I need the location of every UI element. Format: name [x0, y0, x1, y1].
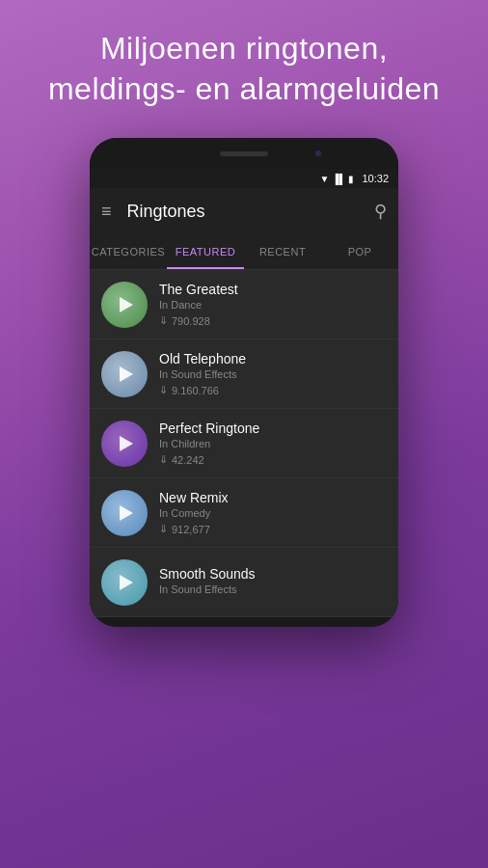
track-info: Perfect Ringtone In Children ⇓ 42.242: [159, 420, 387, 466]
play-icon: [120, 297, 133, 312]
tab-pop[interactable]: POP: [321, 234, 398, 269]
track-item: Smooth Sounds In Sound Effects: [90, 548, 398, 617]
play-button[interactable]: [101, 351, 148, 397]
tab-featured[interactable]: FEATURED: [167, 234, 244, 269]
battery-icon: ▮: [348, 174, 354, 184]
download-count: 9.160.766: [172, 385, 219, 396]
track-category: In Comedy: [159, 507, 387, 519]
track-downloads: ⇓ 42.242: [159, 453, 387, 466]
track-item: Perfect Ringtone In Children ⇓ 42.242: [90, 409, 398, 478]
status-bar: ▼ ▐▌ ▮ 10:32: [90, 169, 398, 188]
track-item: New Remix In Comedy ⇓ 912,677: [90, 478, 398, 548]
download-icon: ⇓: [159, 523, 168, 535]
phone-bottom-bar: [90, 617, 398, 627]
download-count: 790.928: [172, 315, 210, 327]
track-info: Old Telephone In Sound Effects ⇓ 9.160.7…: [159, 351, 387, 396]
download-count: 42.242: [172, 454, 204, 466]
hero-text: Miljoenen ringtonen, meldings- en alarmg…: [0, 29, 488, 109]
track-downloads: ⇓ 790.928: [159, 314, 387, 327]
track-info: New Remix In Comedy ⇓ 912,677: [159, 490, 387, 535]
track-item: Old Telephone In Sound Effects ⇓ 9.160.7…: [90, 339, 398, 409]
track-item: The Greatest In Dance ⇓ 790.928: [90, 270, 398, 339]
download-count: 912,677: [172, 524, 210, 535]
toolbar-title: Ringtones: [127, 202, 359, 222]
track-category: In Dance: [159, 299, 387, 311]
play-button[interactable]: [101, 490, 148, 536]
search-icon[interactable]: ⚲: [374, 201, 387, 222]
download-icon: ⇓: [159, 314, 168, 327]
phone-device: ▼ ▐▌ ▮ 10:32 ≡ Ringtones ⚲ CATEGORIES FE…: [90, 138, 398, 627]
track-category: In Sound Effects: [159, 583, 387, 595]
status-icons: ▼ ▐▌ ▮: [319, 174, 354, 184]
play-icon: [120, 575, 133, 590]
track-downloads: ⇓ 9.160.766: [159, 384, 387, 396]
track-name: The Greatest: [159, 282, 387, 297]
menu-icon[interactable]: ≡: [101, 202, 112, 222]
track-downloads: ⇓ 912,677: [159, 523, 387, 535]
tabs-bar: CATEGORIES FEATURED RECENT POP: [90, 234, 398, 270]
play-icon: [120, 436, 133, 451]
play-icon: [120, 366, 133, 382]
phone-speaker: [220, 151, 268, 156]
play-button[interactable]: [101, 282, 148, 328]
track-info: Smooth Sounds In Sound Effects: [159, 566, 387, 599]
phone-top-bar: [90, 138, 398, 169]
track-info: The Greatest In Dance ⇓ 790.928: [159, 282, 387, 327]
track-name: New Remix: [159, 490, 387, 505]
status-time: 10:32: [362, 173, 389, 184]
app-toolbar: ≡ Ringtones ⚲: [90, 188, 398, 234]
track-category: In Children: [159, 438, 387, 449]
signal-icon: ▐▌: [332, 174, 345, 184]
play-button[interactable]: [101, 420, 148, 467]
track-name: Old Telephone: [159, 351, 387, 366]
download-icon: ⇓: [159, 453, 168, 466]
tab-recent[interactable]: RECENT: [244, 234, 321, 269]
track-category: In Sound Effects: [159, 368, 387, 380]
tab-categories[interactable]: CATEGORIES: [90, 234, 167, 269]
track-name: Perfect Ringtone: [159, 420, 387, 436]
play-icon: [120, 505, 133, 521]
phone-camera: [315, 150, 321, 156]
track-list: The Greatest In Dance ⇓ 790.928 Old Tele…: [90, 270, 398, 617]
wifi-icon: ▼: [319, 174, 329, 184]
track-name: Smooth Sounds: [159, 566, 387, 582]
play-button[interactable]: [101, 559, 148, 606]
download-icon: ⇓: [159, 384, 168, 396]
